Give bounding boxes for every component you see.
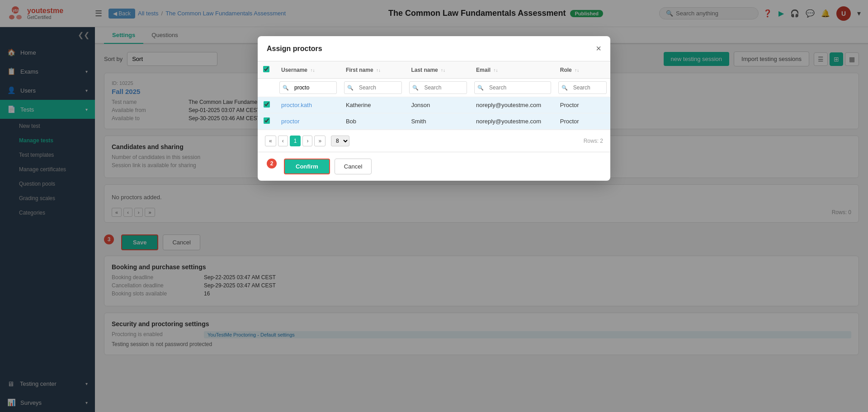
table-body: proctor.kath Katherine Jonson noreply@yo… (258, 97, 610, 130)
row1-firstname: Katherine (340, 97, 406, 113)
role-sort-icon[interactable]: ↑↓ (575, 68, 579, 73)
table-search-row: 🔍 🔍 🔍 (258, 79, 610, 97)
search-icon: 🔍 (561, 85, 568, 91)
modal-rows-count: Rows: 2 (584, 138, 603, 144)
col-username: Username ↑↓ (276, 61, 340, 79)
assign-table: Username ↑↓ First name ↑↓ Last name ↑↓ (258, 61, 610, 130)
username-search-cell[interactable]: 🔍 (276, 79, 340, 97)
modal-header: Assign proctors × (258, 36, 610, 61)
table-header-row: Username ↑↓ First name ↑↓ Last name ↑↓ (258, 61, 610, 79)
search-icon: 🔍 (283, 85, 289, 91)
lastname-search-input[interactable] (420, 83, 464, 93)
confirm-button[interactable]: Confirm (284, 159, 330, 174)
username-sort-icon[interactable]: ↑↓ (310, 68, 315, 73)
row1-checkbox[interactable] (264, 101, 270, 108)
col-select-all[interactable] (258, 61, 276, 79)
role-search-input[interactable] (570, 83, 604, 93)
modal-rows-per-page-select[interactable]: 8 (331, 136, 349, 146)
modal-overlay: Assign proctors × Username ↑↓ (0, 0, 868, 412)
row1-lastname: Jonson (406, 97, 471, 113)
firstname-search-input[interactable] (355, 83, 399, 93)
lastname-sort-icon[interactable]: ↑↓ (441, 68, 445, 73)
email-search-cell[interactable]: 🔍 (471, 79, 555, 97)
modal-first-button[interactable]: « (265, 136, 276, 146)
row2-username: proctor (276, 113, 340, 130)
row1-email: noreply@youtestme.com (471, 97, 555, 113)
modal-prev-button[interactable]: ‹ (278, 136, 288, 146)
row2-checkbox[interactable] (264, 117, 270, 124)
modal-body: Username ↑↓ First name ↑↓ Last name ↑↓ (258, 61, 610, 152)
col-last-name: Last name ↑↓ (406, 61, 471, 79)
modal-title: Assign proctors (267, 45, 322, 53)
modal-close-button[interactable]: × (596, 43, 601, 54)
search-icon: 🔍 (347, 85, 354, 91)
modal-cancel-button[interactable]: Cancel (335, 159, 372, 174)
row2-email: noreply@youtestme.com (471, 113, 555, 130)
col-first-name: First name ↑↓ (340, 61, 406, 79)
modal-last-button[interactable]: » (314, 136, 326, 146)
row2-lastname: Smith (406, 113, 471, 130)
email-search-input[interactable] (486, 83, 548, 93)
row1-username: proctor.kath (276, 97, 340, 113)
search-icon: 🔍 (477, 85, 484, 91)
lastname-search-cell[interactable]: 🔍 (406, 79, 471, 97)
row1-role: Proctor (555, 97, 610, 113)
assign-proctors-modal: Assign proctors × Username ↑↓ (258, 36, 610, 181)
step2-badge: 2 (267, 159, 277, 169)
modal-next-button[interactable]: › (302, 136, 312, 146)
modal-footer: 2 Confirm Cancel (258, 152, 610, 181)
table-row: proctor Bob Smith noreply@youtestme.com … (258, 113, 610, 130)
modal-pagination: « ‹ 1 › » 8 Rows: 2 (258, 130, 610, 152)
select-all-checkbox[interactable] (263, 66, 269, 72)
col-role: Role ↑↓ (555, 61, 610, 79)
firstname-search-cell[interactable]: 🔍 (340, 79, 406, 97)
search-icon: 🔍 (412, 85, 419, 91)
col-email: Email ↑↓ (471, 61, 555, 79)
email-sort-icon[interactable]: ↑↓ (493, 68, 498, 73)
modal-page1-button[interactable]: 1 (290, 136, 301, 146)
firstname-sort-icon[interactable]: ↑↓ (376, 68, 381, 73)
table-row: proctor.kath Katherine Jonson noreply@yo… (258, 97, 610, 113)
row2-role: Proctor (555, 113, 610, 130)
row2-firstname: Bob (340, 113, 406, 130)
username-search-input[interactable] (291, 83, 334, 93)
role-search-cell[interactable]: 🔍 (555, 79, 610, 97)
